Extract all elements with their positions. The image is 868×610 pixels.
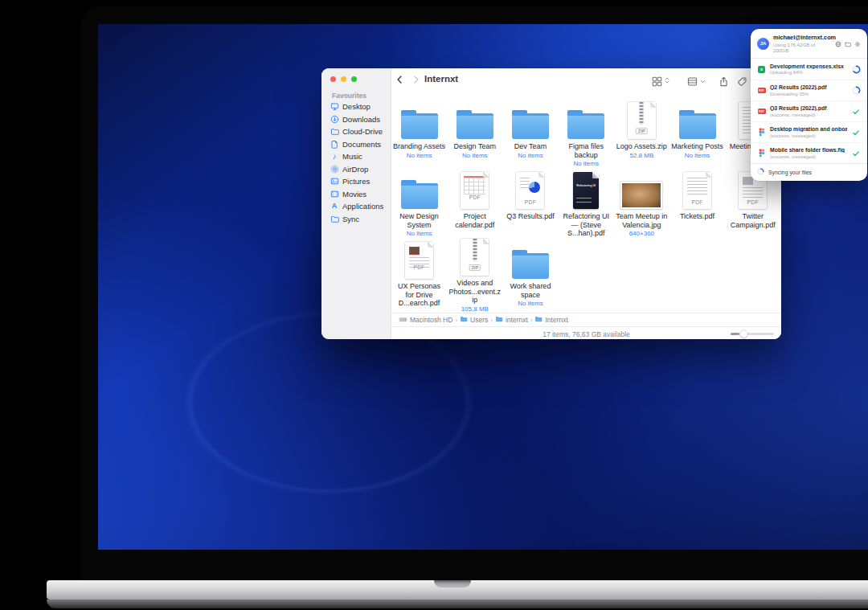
figma-mini-icon bbox=[759, 146, 765, 161]
back-button[interactable] bbox=[395, 74, 405, 88]
hard-drive-icon bbox=[399, 315, 407, 325]
sidebar-item-applications[interactable]: A Applications bbox=[327, 200, 388, 213]
traffic-lights bbox=[330, 76, 357, 82]
sidebar-item-airdrop[interactable]: AirDrop bbox=[327, 163, 388, 176]
sidebar-item-cloud-drive[interactable]: Cloud-Drive bbox=[327, 125, 388, 138]
file-item[interactable]: PDF Project calendar.pdf bbox=[447, 169, 502, 239]
sync-item[interactable]: PDF Q3 Results (2022).pdf (success, mess… bbox=[751, 100, 867, 121]
laptop-base-edge bbox=[47, 600, 868, 608]
folder-icon bbox=[534, 315, 542, 325]
status-bar: 17 items, 76,63 GB available bbox=[391, 326, 781, 339]
file-name: UX Personas for Drive D...earch.pdf bbox=[393, 282, 446, 308]
file-name: Project calendar.pdf bbox=[448, 212, 502, 229]
sync-item[interactable]: Mobile share folder flows.fig (success, … bbox=[751, 142, 867, 163]
file-item[interactable]: Figma files backupNo items bbox=[559, 99, 614, 169]
sidebar-item-label: Movies bbox=[342, 190, 366, 199]
download-circle-icon bbox=[330, 114, 339, 124]
sidebar-item-music[interactable]: ♪ Music bbox=[327, 150, 388, 163]
file-item[interactable]: Design TeamNo items bbox=[447, 99, 502, 169]
forward-button[interactable] bbox=[411, 74, 421, 88]
storage-usage: Using 176,42GB of 200GB bbox=[773, 42, 831, 53]
file-item[interactable]: ZIP Logo Assets.zip52,8 MB bbox=[614, 99, 669, 169]
movies-icon bbox=[330, 189, 339, 199]
sidebar-item-sync[interactable]: Sync bbox=[327, 213, 388, 226]
file-name: Videos and Photos...event.zip bbox=[448, 279, 502, 305]
toolbar-share-button[interactable] bbox=[719, 76, 729, 87]
zip-file-icon: ZIP bbox=[461, 239, 489, 276]
file-name: Marketing Posts bbox=[671, 142, 723, 151]
globe-icon[interactable] bbox=[835, 36, 841, 51]
sync-item-name: Q3 Results (2022).pdf bbox=[770, 105, 847, 111]
file-name: Refactoring UI — (Steve S...han).pdf bbox=[559, 212, 612, 238]
toolbar-group-button[interactable] bbox=[687, 74, 706, 88]
breadcrumb-segment[interactable]: Internxt bbox=[534, 315, 567, 325]
sidebar-item-label: Applications bbox=[342, 202, 383, 211]
pictures-icon bbox=[330, 177, 339, 186]
file-item[interactable]: ZIP Videos and Photos...event.zip105,8 M… bbox=[447, 239, 502, 309]
minimize-button[interactable] bbox=[341, 76, 346, 82]
sidebar-item-label: Downloads bbox=[342, 115, 380, 124]
airdrop-icon bbox=[330, 164, 339, 174]
sync-item[interactable]: x Development expenses.xlsx Uploading 64… bbox=[751, 59, 867, 80]
sync-item-status: Downloading 35% bbox=[770, 92, 847, 96]
file-name: Q3 Results.pdf bbox=[506, 212, 555, 221]
close-button[interactable] bbox=[330, 76, 336, 82]
sync-item[interactable]: Desktop migration and onboardi... (succe… bbox=[751, 121, 867, 142]
sidebar-item-label: Cloud-Drive bbox=[342, 127, 383, 136]
file-item[interactable]: PDF Q3 Results.pdf bbox=[502, 169, 558, 239]
folder-icon bbox=[457, 110, 493, 139]
breadcrumb-segment[interactable]: internxt bbox=[495, 315, 528, 325]
sidebar-item-downloads[interactable]: Downloads bbox=[327, 113, 388, 126]
breadcrumb-segment[interactable]: Macintosh HD bbox=[399, 315, 452, 325]
file-item[interactable]: Marketing PostsNo items bbox=[669, 99, 725, 169]
file-item[interactable]: Dev TeamNo items bbox=[502, 99, 558, 169]
sidebar-item-label: Documents bbox=[342, 140, 381, 149]
folder-icon bbox=[460, 315, 468, 325]
file-item[interactable]: Branding AssetsNo items bbox=[391, 99, 447, 169]
sync-widget: JA michael@internxt.com Using 176,42GB o… bbox=[751, 29, 867, 181]
sync-item-status: (success, messaged) bbox=[770, 113, 847, 117]
breadcrumb-segment[interactable]: Users bbox=[460, 315, 488, 325]
icon-size-slider[interactable] bbox=[731, 333, 774, 335]
music-note-icon: ♪ bbox=[330, 152, 339, 162]
file-meta: 640×360 bbox=[629, 230, 654, 237]
sidebar-item-movies[interactable]: Movies bbox=[327, 188, 388, 201]
sync-item-name: Desktop migration and onboardi... bbox=[770, 126, 847, 132]
gear-icon[interactable] bbox=[854, 36, 861, 51]
file-item[interactable]: Team Meetup in Valencia.jpg640×360 bbox=[614, 169, 669, 239]
file-item[interactable]: PDF UX Personas for Drive D...earch.pdf bbox=[391, 239, 447, 309]
sync-item[interactable]: PDF Q2 Results (2022).pdf Downloading 35… bbox=[751, 80, 867, 100]
photo-thumbnail-icon bbox=[620, 182, 662, 209]
check-icon bbox=[852, 149, 860, 158]
sync-footer-text: Syncing your files bbox=[768, 170, 812, 175]
laptop-thumb-groove bbox=[434, 580, 471, 587]
sync-widget-header: JA michael@internxt.com Using 176,42GB o… bbox=[751, 29, 867, 58]
folder-icon bbox=[567, 110, 604, 139]
folder-icon bbox=[401, 180, 438, 209]
file-item[interactable]: Work shared spaceNo items bbox=[502, 239, 558, 309]
file-meta: No items bbox=[462, 152, 488, 159]
slider-thumb[interactable] bbox=[740, 330, 747, 338]
book-cover-icon: Refactoring UI bbox=[573, 172, 599, 209]
toolbar-tag-button[interactable] bbox=[737, 76, 747, 87]
file-item[interactable]: PDF Tickets.pdf bbox=[669, 169, 725, 239]
folder-icon bbox=[330, 214, 339, 223]
file-meta: 52,8 MB bbox=[629, 152, 653, 159]
sync-item-status: (success, messaged) bbox=[770, 133, 847, 138]
sidebar-item-pictures[interactable]: Pictures bbox=[327, 175, 388, 188]
status-text: 17 items, 76,63 GB available bbox=[391, 330, 781, 338]
sidebar-item-desktop[interactable]: Desktop bbox=[327, 100, 388, 113]
file-item[interactable]: Refactoring UI Refactoring UI — (Steve S… bbox=[559, 169, 614, 239]
file-name: New Design System bbox=[393, 212, 446, 229]
sidebar-item-documents[interactable]: Documents bbox=[327, 138, 388, 151]
pdf-spreadsheet-icon: PDF bbox=[461, 172, 489, 209]
file-name: Logo Assets.zip bbox=[616, 142, 667, 151]
file-item[interactable]: New Design SystemNo items bbox=[391, 169, 447, 239]
folder-icon[interactable] bbox=[845, 36, 851, 51]
progress-spinner-icon bbox=[852, 86, 861, 95]
toolbar-view-button[interactable] bbox=[652, 74, 670, 88]
folder-icon bbox=[401, 110, 438, 139]
breadcrumb: Macintosh HD› Users› internxt› Internxt bbox=[391, 313, 781, 326]
zoom-button[interactable] bbox=[351, 76, 357, 82]
sync-footer: Syncing your files bbox=[751, 163, 867, 181]
